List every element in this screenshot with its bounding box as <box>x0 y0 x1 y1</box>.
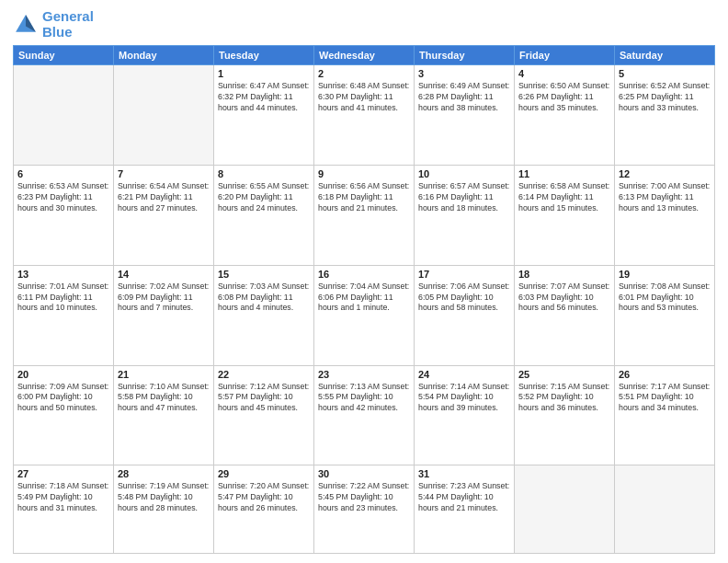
cell-info: Sunrise: 7:23 AM Sunset: 5:44 PM Dayligh… <box>418 481 510 514</box>
day-number: 4 <box>518 68 610 79</box>
calendar-cell: 16Sunrise: 7:04 AM Sunset: 6:06 PM Dayli… <box>314 265 415 365</box>
week-row-3: 13Sunrise: 7:01 AM Sunset: 6:11 PM Dayli… <box>14 265 715 365</box>
calendar-cell: 1Sunrise: 6:47 AM Sunset: 6:32 PM Daylig… <box>214 65 314 166</box>
cell-info: Sunrise: 7:18 AM Sunset: 5:49 PM Dayligh… <box>17 481 109 514</box>
cell-info: Sunrise: 6:50 AM Sunset: 6:26 PM Dayligh… <box>518 81 610 114</box>
calendar-cell: 4Sunrise: 6:50 AM Sunset: 6:26 PM Daylig… <box>515 65 615 166</box>
weekday-header-saturday: Saturday <box>615 46 715 65</box>
weekday-header-tuesday: Tuesday <box>214 46 314 65</box>
cell-info: Sunrise: 6:48 AM Sunset: 6:30 PM Dayligh… <box>318 81 410 114</box>
day-number: 23 <box>318 369 410 380</box>
calendar-cell: 26Sunrise: 7:17 AM Sunset: 5:51 PM Dayli… <box>615 365 715 465</box>
cell-info: Sunrise: 6:57 AM Sunset: 6:16 PM Dayligh… <box>418 181 510 214</box>
calendar-cell: 22Sunrise: 7:12 AM Sunset: 5:57 PM Dayli… <box>214 365 314 465</box>
calendar-cell: 30Sunrise: 7:22 AM Sunset: 5:45 PM Dayli… <box>314 465 415 554</box>
cell-info: Sunrise: 7:00 AM Sunset: 6:13 PM Dayligh… <box>619 181 711 214</box>
calendar-cell: 19Sunrise: 7:08 AM Sunset: 6:01 PM Dayli… <box>615 265 715 365</box>
weekday-header-row: SundayMondayTuesdayWednesdayThursdayFrid… <box>14 46 715 65</box>
calendar-cell: 29Sunrise: 7:20 AM Sunset: 5:47 PM Dayli… <box>214 465 314 554</box>
day-number: 17 <box>418 269 510 280</box>
week-row-4: 20Sunrise: 7:09 AM Sunset: 6:00 PM Dayli… <box>14 365 715 465</box>
cell-info: Sunrise: 7:14 AM Sunset: 5:54 PM Dayligh… <box>418 382 510 415</box>
day-number: 28 <box>118 468 210 479</box>
day-number: 27 <box>17 468 109 479</box>
weekday-header-monday: Monday <box>114 46 214 65</box>
cell-info: Sunrise: 7:19 AM Sunset: 5:48 PM Dayligh… <box>118 481 210 514</box>
weekday-header-friday: Friday <box>515 46 615 65</box>
calendar: SundayMondayTuesdayWednesdayThursdayFrid… <box>13 45 715 554</box>
day-number: 9 <box>318 168 410 179</box>
calendar-cell: 18Sunrise: 7:07 AM Sunset: 6:03 PM Dayli… <box>515 265 615 365</box>
day-number: 7 <box>118 168 210 179</box>
calendar-cell: 12Sunrise: 7:00 AM Sunset: 6:13 PM Dayli… <box>615 165 715 265</box>
day-number: 19 <box>619 269 711 280</box>
calendar-cell: 23Sunrise: 7:13 AM Sunset: 5:55 PM Dayli… <box>314 365 415 465</box>
day-number: 8 <box>218 168 310 179</box>
cell-info: Sunrise: 6:55 AM Sunset: 6:20 PM Dayligh… <box>218 181 310 214</box>
cell-info: Sunrise: 6:56 AM Sunset: 6:18 PM Dayligh… <box>318 181 410 214</box>
calendar-cell <box>615 465 715 554</box>
cell-info: Sunrise: 7:04 AM Sunset: 6:06 PM Dayligh… <box>318 282 410 315</box>
calendar-cell: 24Sunrise: 7:14 AM Sunset: 5:54 PM Dayli… <box>415 365 515 465</box>
day-number: 12 <box>619 168 711 179</box>
cell-info: Sunrise: 7:12 AM Sunset: 5:57 PM Dayligh… <box>218 382 310 415</box>
calendar-cell: 7Sunrise: 6:54 AM Sunset: 6:21 PM Daylig… <box>114 165 214 265</box>
day-number: 6 <box>17 168 109 179</box>
calendar-cell <box>14 65 114 166</box>
day-number: 1 <box>218 68 310 79</box>
cell-info: Sunrise: 7:01 AM Sunset: 6:11 PM Dayligh… <box>17 282 109 315</box>
calendar-cell: 14Sunrise: 7:02 AM Sunset: 6:09 PM Dayli… <box>114 265 214 365</box>
cell-info: Sunrise: 7:17 AM Sunset: 5:51 PM Dayligh… <box>619 382 711 415</box>
cell-info: Sunrise: 7:15 AM Sunset: 5:52 PM Dayligh… <box>518 382 610 415</box>
page: General Blue SundayMondayTuesdayWednesda… <box>0 0 728 563</box>
cell-info: Sunrise: 7:09 AM Sunset: 6:00 PM Dayligh… <box>17 382 109 415</box>
calendar-cell: 25Sunrise: 7:15 AM Sunset: 5:52 PM Dayli… <box>515 365 615 465</box>
day-number: 3 <box>418 68 510 79</box>
day-number: 30 <box>318 468 410 479</box>
cell-info: Sunrise: 6:52 AM Sunset: 6:25 PM Dayligh… <box>619 81 711 114</box>
cell-info: Sunrise: 6:54 AM Sunset: 6:21 PM Dayligh… <box>118 181 210 214</box>
header: General Blue <box>13 9 715 40</box>
logo-icon <box>13 12 39 38</box>
day-number: 14 <box>118 269 210 280</box>
calendar-cell <box>515 465 615 554</box>
calendar-cell: 17Sunrise: 7:06 AM Sunset: 6:05 PM Dayli… <box>415 265 515 365</box>
week-row-2: 6Sunrise: 6:53 AM Sunset: 6:23 PM Daylig… <box>14 165 715 265</box>
day-number: 22 <box>218 369 310 380</box>
cell-info: Sunrise: 7:22 AM Sunset: 5:45 PM Dayligh… <box>318 481 410 514</box>
cell-info: Sunrise: 7:20 AM Sunset: 5:47 PM Dayligh… <box>218 481 310 514</box>
calendar-cell: 27Sunrise: 7:18 AM Sunset: 5:49 PM Dayli… <box>14 465 114 554</box>
weekday-header-sunday: Sunday <box>14 46 114 65</box>
calendar-cell: 10Sunrise: 6:57 AM Sunset: 6:16 PM Dayli… <box>415 165 515 265</box>
cell-info: Sunrise: 7:06 AM Sunset: 6:05 PM Dayligh… <box>418 282 510 315</box>
calendar-cell: 6Sunrise: 6:53 AM Sunset: 6:23 PM Daylig… <box>14 165 114 265</box>
day-number: 18 <box>518 269 610 280</box>
day-number: 26 <box>619 369 711 380</box>
day-number: 31 <box>418 468 510 479</box>
calendar-cell: 8Sunrise: 6:55 AM Sunset: 6:20 PM Daylig… <box>214 165 314 265</box>
day-number: 24 <box>418 369 510 380</box>
day-number: 13 <box>17 269 109 280</box>
day-number: 21 <box>118 369 210 380</box>
day-number: 16 <box>318 269 410 280</box>
day-number: 2 <box>318 68 410 79</box>
day-number: 11 <box>518 168 610 179</box>
logo: General Blue <box>13 9 94 40</box>
day-number: 10 <box>418 168 510 179</box>
day-number: 20 <box>17 369 109 380</box>
cell-info: Sunrise: 7:03 AM Sunset: 6:08 PM Dayligh… <box>218 282 310 315</box>
week-row-1: 1Sunrise: 6:47 AM Sunset: 6:32 PM Daylig… <box>14 65 715 166</box>
day-number: 29 <box>218 468 310 479</box>
cell-info: Sunrise: 6:53 AM Sunset: 6:23 PM Dayligh… <box>17 181 109 214</box>
calendar-cell: 20Sunrise: 7:09 AM Sunset: 6:00 PM Dayli… <box>14 365 114 465</box>
cell-info: Sunrise: 6:58 AM Sunset: 6:14 PM Dayligh… <box>518 181 610 214</box>
calendar-cell: 2Sunrise: 6:48 AM Sunset: 6:30 PM Daylig… <box>314 65 415 166</box>
calendar-cell: 3Sunrise: 6:49 AM Sunset: 6:28 PM Daylig… <box>415 65 515 166</box>
calendar-cell: 31Sunrise: 7:23 AM Sunset: 5:44 PM Dayli… <box>415 465 515 554</box>
calendar-cell: 21Sunrise: 7:10 AM Sunset: 5:58 PM Dayli… <box>114 365 214 465</box>
cell-info: Sunrise: 7:02 AM Sunset: 6:09 PM Dayligh… <box>118 282 210 315</box>
cell-info: Sunrise: 7:10 AM Sunset: 5:58 PM Dayligh… <box>118 382 210 415</box>
cell-info: Sunrise: 6:47 AM Sunset: 6:32 PM Dayligh… <box>218 81 310 114</box>
weekday-header-thursday: Thursday <box>415 46 515 65</box>
week-row-5: 27Sunrise: 7:18 AM Sunset: 5:49 PM Dayli… <box>14 465 715 554</box>
